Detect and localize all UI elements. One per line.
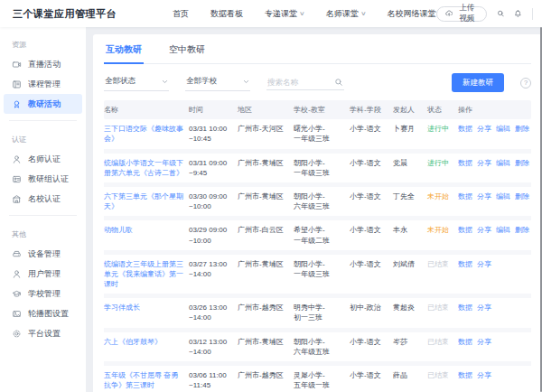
nav-item-0[interactable]: 首页 xyxy=(173,8,189,20)
subject-stage-cell: 小学-语文 xyxy=(350,225,393,235)
sidebar-item-label: 名校认证 xyxy=(28,193,61,205)
action-link[interactable]: 编辑 xyxy=(496,124,510,134)
activity-name-link[interactable]: 动物儿歌 xyxy=(104,226,133,234)
column-header-7: 操作 xyxy=(458,105,531,115)
sidebar-item-course-manage[interactable]: 课程管理 xyxy=(4,74,82,94)
action-link[interactable]: 分享 xyxy=(477,303,491,313)
action-link[interactable]: 删除 xyxy=(515,225,529,235)
region-cell: 广州市-越秀区 xyxy=(238,303,294,313)
sidebar-item-research-activity[interactable]: 教研活动 xyxy=(4,94,82,114)
action-link[interactable]: 数据 xyxy=(458,337,472,347)
activity-name-link[interactable]: 五年级《不甘屈辱 奋勇抗争》第三课时 xyxy=(104,371,178,389)
user-manage-icon xyxy=(12,269,22,279)
region-cell: 广州市-黄埔区 xyxy=(238,337,294,347)
table-row: 统编语文三年级上册第三单元《我来编童话》第一课时03/27 13:00~14:0… xyxy=(104,255,531,299)
action-link[interactable]: 分享 xyxy=(477,259,491,269)
nav-item-4[interactable]: 名校网络课堂 xyxy=(388,8,436,20)
sidebar-item-user-manage[interactable]: 用户管理 xyxy=(4,264,82,284)
action-link[interactable]: 数据 xyxy=(458,370,472,380)
tab-0[interactable]: 互动教研 xyxy=(104,34,144,64)
initiator-cell: 黄超炎 xyxy=(393,303,427,313)
sidebar-item-carousel[interactable]: 轮播图设置 xyxy=(4,303,82,323)
initiator-cell: 丰永 xyxy=(393,225,427,235)
status-badge: 已结束 xyxy=(427,303,458,313)
search-name-input[interactable] xyxy=(267,78,334,87)
sidebar-item-device-manage[interactable]: 设备管理 xyxy=(4,244,82,264)
nav-item-2[interactable]: 专递课堂∨ xyxy=(265,8,304,20)
initiator-cell: 卜赛月 xyxy=(393,124,427,134)
action-link[interactable]: 分享 xyxy=(477,337,491,347)
row-actions: 数据分享 xyxy=(458,259,531,269)
action-link[interactable]: 编辑 xyxy=(496,158,510,168)
action-link[interactable]: 数据 xyxy=(458,303,472,313)
activity-name-link[interactable]: 三下口语交际《趣味故事会》 xyxy=(104,125,183,143)
activity-name-link[interactable]: 学习伴成长 xyxy=(104,303,140,312)
activity-name-link[interactable]: 六下第三单元《那个星期天》 xyxy=(104,192,183,210)
nav-item-3[interactable]: 名师课堂∨ xyxy=(326,8,366,20)
chevron-down-icon: ∨ xyxy=(299,10,305,17)
carousel-icon xyxy=(12,309,22,319)
region-cell: 广州市-黄埔区 xyxy=(238,191,294,201)
row-actions: 数据分享编辑删除 xyxy=(458,158,531,168)
table-row: 统编版小学语文一年级下册第六单元《古诗二首》03/31 09:00~9:45广州… xyxy=(104,154,531,187)
action-link[interactable]: 分享 xyxy=(477,191,491,201)
sidebar-item-live-camera[interactable]: 直播活动 xyxy=(4,54,82,74)
action-link[interactable]: 数据 xyxy=(458,191,472,201)
activity-name-link[interactable]: 统编版小学语文一年级下册第六单元《古诗二首》 xyxy=(104,159,183,177)
action-link[interactable]: 分享 xyxy=(477,158,491,168)
action-link[interactable]: 数据 xyxy=(458,259,472,269)
action-link[interactable]: 删除 xyxy=(515,191,529,201)
column-header-3: 学校-教室 xyxy=(294,105,350,115)
search-icon[interactable] xyxy=(334,78,343,87)
action-link[interactable]: 分享 xyxy=(477,225,491,235)
tab-1[interactable]: 空中教研 xyxy=(167,34,207,64)
sidebar-item-label: 直播活动 xyxy=(28,59,61,70)
activity-name-link[interactable]: 统编语文三年级上册第三单元《我来编童话》第一课时 xyxy=(104,260,183,288)
sidebar-item-school-cert[interactable]: 名校认证 xyxy=(4,189,82,209)
action-link[interactable]: 删除 xyxy=(515,124,529,134)
sidebar-item-settings-gear[interactable]: 平台设置 xyxy=(4,323,82,343)
top-header: 三个课堂应用管理平台 首页数据看板专递课堂∨名师课堂∨名校网络课堂 上传视频 xyxy=(0,0,542,27)
notification-bell-icon[interactable] xyxy=(514,8,522,19)
help-icon[interactable]: ? xyxy=(520,78,531,89)
initiator-cell: 党晨 xyxy=(393,158,427,168)
action-link[interactable]: 删除 xyxy=(515,158,529,168)
nav-item-1[interactable]: 数据看板 xyxy=(210,8,243,20)
action-link[interactable]: 数据 xyxy=(458,158,472,168)
search-icon[interactable] xyxy=(497,8,505,19)
column-header-4: 学科-学段 xyxy=(350,105,393,115)
table-row: 动物儿歌03/29 09:00~10:00广州市-白云区希望小学-一年级二班小学… xyxy=(104,220,531,254)
chevron-down-icon xyxy=(243,79,249,85)
sidebar-item-group-cert[interactable]: 教研组认证 xyxy=(4,169,82,189)
action-link[interactable]: 编辑 xyxy=(496,191,510,201)
column-header-6: 状态 xyxy=(427,105,458,115)
status-badge: 未开始 xyxy=(427,191,458,201)
status-badge: 已结束 xyxy=(427,370,458,380)
sidebar-item-school-manage[interactable]: 学校管理 xyxy=(4,284,82,303)
sidebar-item-label: 轮播图设置 xyxy=(28,308,69,320)
action-link[interactable]: 分享 xyxy=(477,370,491,380)
sidebar-section-label: 认证 xyxy=(0,127,86,149)
status-filter-select[interactable]: 全部状态 xyxy=(104,74,169,91)
activity-name-link[interactable]: 六上《伯牙鼓琴》 xyxy=(104,338,162,346)
table-header-row: 名称时间地区学校-教室学科-学段发起人状态操作 xyxy=(104,100,531,119)
column-header-0: 名称 xyxy=(104,105,189,115)
header-divider xyxy=(532,8,533,20)
sidebar-section-label: 其他 xyxy=(0,222,86,244)
sidebar-item-label: 设备管理 xyxy=(28,248,61,260)
school-class-cell: 朝阳小学-一年级三班 xyxy=(294,259,350,279)
nav-item-label: 名师课堂 xyxy=(326,8,359,20)
filter-bar: 全部状态 全部学校 新建教研 ? xyxy=(104,64,531,100)
create-research-button[interactable]: 新建教研 xyxy=(452,73,504,92)
sidebar-item-teacher-cert[interactable]: 名师认证 xyxy=(4,149,82,169)
action-link[interactable]: 分享 xyxy=(477,124,491,134)
action-link[interactable]: 数据 xyxy=(458,124,472,134)
subject-stage-cell: 小学-语文 xyxy=(350,370,393,380)
school-filter-select[interactable]: 全部学校 xyxy=(185,74,250,91)
action-link[interactable]: 编辑 xyxy=(496,225,510,235)
action-link[interactable]: 数据 xyxy=(458,225,472,235)
time-cell: 03/30 09:00~10:00 xyxy=(189,191,238,211)
upload-video-button[interactable]: 上传视频 xyxy=(436,6,487,22)
sidebar-item-label: 用户管理 xyxy=(28,268,61,280)
upload-video-label: 上传视频 xyxy=(456,3,478,24)
